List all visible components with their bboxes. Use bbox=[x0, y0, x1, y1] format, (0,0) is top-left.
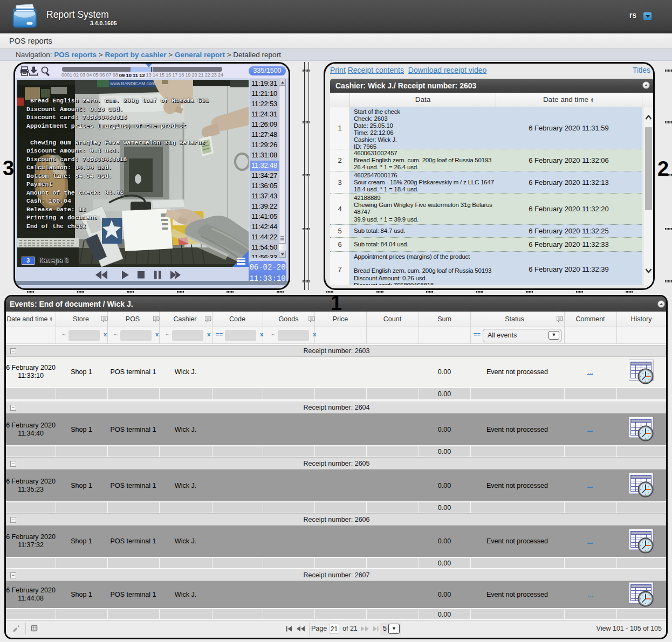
svg-text:www.BANDICAM.com: www.BANDICAM.com bbox=[109, 81, 155, 86]
